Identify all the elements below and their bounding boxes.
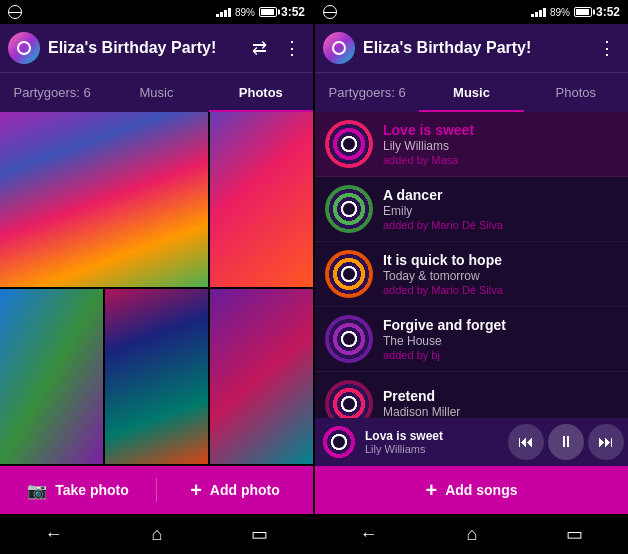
song-title-3: It is quick to hope <box>383 252 618 268</box>
album-art-4 <box>325 315 373 363</box>
music-info-1: Love is sweet Lily Williams added by Mas… <box>383 122 618 166</box>
photo-cell-2[interactable] <box>210 112 313 287</box>
song-added-4: added by bj <box>383 349 618 361</box>
header-icons-left: ⇄ ⋮ <box>248 33 305 63</box>
home-button-left[interactable]: ⌂ <box>152 524 163 545</box>
photo-cell-5[interactable] <box>210 289 313 464</box>
player-album-art <box>319 422 359 462</box>
player-bar: Lova is sweet Lily Williams ⏮ ⏸ ⏭ <box>315 418 628 466</box>
song-title-5: Pretend <box>383 388 618 404</box>
network-icon <box>8 5 22 19</box>
player-title: Lova is sweet <box>365 429 502 443</box>
song-added-1: added by Masa <box>383 154 618 166</box>
song-artist-4: The House <box>383 334 618 348</box>
recents-button-left[interactable]: ▭ <box>251 523 268 545</box>
battery-percent-left: 89% <box>235 7 255 18</box>
album-art-3 <box>325 250 373 298</box>
song-artist-3: Today & tomorrow <box>383 269 618 283</box>
song-artist-5: Madison Miller <box>383 405 618 418</box>
music-list: Love is sweet Lily Williams added by Mas… <box>315 112 628 418</box>
tab-music-left[interactable]: Music <box>104 73 208 112</box>
battery-icon-left <box>259 7 277 17</box>
take-photo-button[interactable]: Take photo <box>0 466 156 514</box>
pause-button[interactable]: ⏸ <box>548 424 584 460</box>
player-info: Lova is sweet Lily Williams <box>359 429 508 455</box>
tab-bar-left: Partygoers: 6 Music Photos <box>0 72 313 112</box>
app-icon-left <box>8 32 40 64</box>
status-left-right <box>323 5 337 19</box>
plus-icon-photos <box>190 479 202 502</box>
music-item-3[interactable]: It is quick to hope Today & tomorrow add… <box>315 242 628 307</box>
music-info-4: Forgive and forget The House added by bj <box>383 317 618 361</box>
song-artist-2: Emily <box>383 204 618 218</box>
music-item-5[interactable]: Pretend Madison Miller <box>315 372 628 418</box>
status-left <box>8 5 22 19</box>
photos-grid <box>0 112 313 466</box>
photos-screen: 89% 3:52 Eliza's Birthday Party! ⇄ ⋮ Par… <box>0 0 313 554</box>
music-item-2[interactable]: A dancer Emily added by Mario Dé Silva <box>315 177 628 242</box>
music-info-3: It is quick to hope Today & tomorrow add… <box>383 252 618 296</box>
app-title-right: Eliza's Birthday Party! <box>363 39 586 57</box>
music-info-2: A dancer Emily added by Mario Dé Silva <box>383 187 618 231</box>
status-right: 89% 3:52 <box>216 5 305 19</box>
album-art-2 <box>325 185 373 233</box>
nav-bar-right: ← ⌂ ▭ <box>315 514 628 554</box>
tab-music-right[interactable]: Music <box>419 73 523 112</box>
tab-bar-right: Partygoers: 6 Music Photos <box>315 72 628 112</box>
network-icon-right <box>323 5 337 19</box>
status-bar-right: 89% 3:52 <box>315 0 628 24</box>
next-button[interactable]: ⏭ <box>588 424 624 460</box>
tab-partygoers-right[interactable]: Partygoers: 6 <box>315 73 419 112</box>
add-photo-button[interactable]: Add photo <box>157 466 313 514</box>
app-header-right: Eliza's Birthday Party! ⋮ <box>315 24 628 72</box>
song-title-4: Forgive and forget <box>383 317 618 333</box>
song-added-2: added by Mario Dé Silva <box>383 219 618 231</box>
status-bar-left: 89% 3:52 <box>0 0 313 24</box>
music-screen: 89% 3:52 Eliza's Birthday Party! ⋮ Party… <box>315 0 628 554</box>
signal-icon-right <box>531 8 546 17</box>
status-time-right: 3:52 <box>596 5 620 19</box>
album-art-5 <box>325 380 373 418</box>
photo-cell-4[interactable] <box>105 289 208 464</box>
bottom-bar-music: Add songs <box>315 466 628 514</box>
song-added-3: added by Mario Dé Silva <box>383 284 618 296</box>
tab-photos-right[interactable]: Photos <box>524 73 628 112</box>
status-time-left: 3:52 <box>281 5 305 19</box>
tab-photos-left[interactable]: Photos <box>209 73 313 112</box>
player-artist: Lily Williams <box>365 443 502 455</box>
overflow-menu-button-right[interactable]: ⋮ <box>594 33 620 63</box>
photo-cell-3[interactable] <box>0 289 103 464</box>
app-icon-right <box>323 32 355 64</box>
battery-icon-right <box>574 7 592 17</box>
player-controls: ⏮ ⏸ ⏭ <box>508 424 624 460</box>
recents-button-right[interactable]: ▭ <box>566 523 583 545</box>
back-button-right[interactable]: ← <box>360 524 378 545</box>
home-button-right[interactable]: ⌂ <box>467 524 478 545</box>
add-songs-button[interactable]: Add songs <box>315 466 628 514</box>
header-icons-right: ⋮ <box>594 33 620 63</box>
song-title-2: A dancer <box>383 187 618 203</box>
battery-percent-right: 89% <box>550 7 570 18</box>
camera-icon <box>27 481 47 500</box>
signal-icon <box>216 8 231 17</box>
music-item-4[interactable]: Forgive and forget The House added by bj <box>315 307 628 372</box>
plus-icon-music <box>425 479 437 502</box>
music-item-1[interactable]: Love is sweet Lily Williams added by Mas… <box>315 112 628 177</box>
app-title-left: Eliza's Birthday Party! <box>48 39 240 57</box>
song-title-1: Love is sweet <box>383 122 618 138</box>
song-artist-1: Lily Williams <box>383 139 618 153</box>
nav-bar-left: ← ⌂ ▭ <box>0 514 313 554</box>
photo-cell-1[interactable] <box>0 112 208 287</box>
tab-partygoers-left[interactable]: Partygoers: 6 <box>0 73 104 112</box>
back-button-left[interactable]: ← <box>45 524 63 545</box>
album-art-1 <box>325 120 373 168</box>
share-button[interactable]: ⇄ <box>248 33 271 63</box>
app-header-left: Eliza's Birthday Party! ⇄ ⋮ <box>0 24 313 72</box>
overflow-menu-button-left[interactable]: ⋮ <box>279 33 305 63</box>
music-info-5: Pretend Madison Miller <box>383 388 618 418</box>
prev-button[interactable]: ⏮ <box>508 424 544 460</box>
status-right-right: 89% 3:52 <box>531 5 620 19</box>
bottom-bar-photos: Take photo Add photo <box>0 466 313 514</box>
